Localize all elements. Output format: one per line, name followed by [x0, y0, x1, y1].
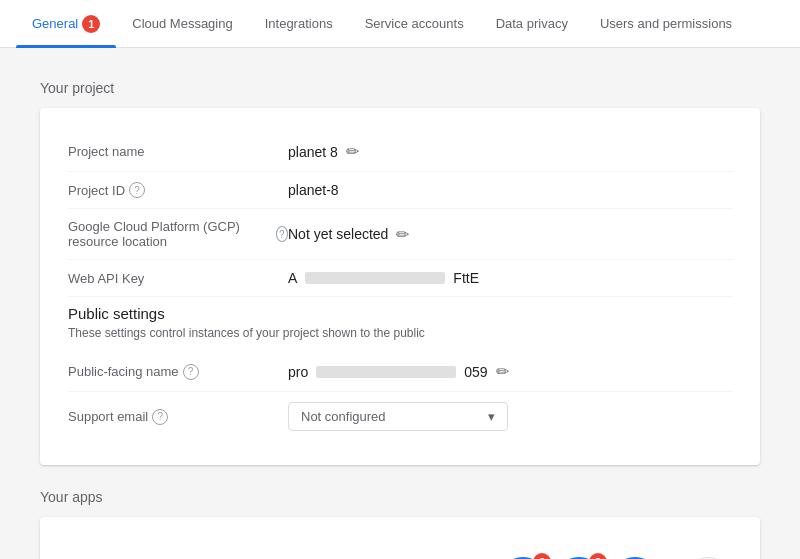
field-label-gcp-resource-location: Google Cloud Platform (GCP) resource loc… — [68, 219, 288, 249]
field-value-gcp-resource-location: Not yet selected✏ — [288, 225, 732, 244]
support-email-value: Not configured — [301, 409, 386, 424]
field-label-public-facing-name: Public-facing name? — [68, 364, 288, 380]
nav-tab-users-and-permissions[interactable]: Users and permissions — [584, 0, 748, 48]
edit-icon-project-name[interactable]: ✏ — [346, 142, 359, 161]
field-label-project-name: Project name — [68, 144, 288, 159]
field-label-support-email: Support email? — [68, 409, 288, 425]
app-btn-badge-ios-btn: 2 — [533, 553, 551, 559]
field-label-web-api-key: Web API Key — [68, 271, 288, 286]
nav-tab-general[interactable]: General1 — [16, 0, 116, 48]
public-settings-title: Public settings — [68, 305, 732, 322]
field-value-support-email: Not configured▾ — [288, 402, 732, 431]
your-apps-section-title: Your apps — [40, 489, 760, 505]
field-row-project-id: Project ID?planet-8 — [68, 172, 732, 209]
nav-tab-badge-general: 1 — [82, 15, 100, 33]
field-row-project-name: Project nameplanet 8✏ — [68, 132, 732, 172]
your-apps-card: There are no apps in your project Select… — [40, 517, 760, 559]
nav-tab-data-privacy[interactable]: Data privacy — [480, 0, 584, 48]
field-row-public-facing-name: Public-facing name?pro059✏ — [68, 352, 732, 392]
support-email-dropdown[interactable]: Not configured▾ — [288, 402, 508, 431]
app-btn-badge-android-btn: 3 — [589, 553, 607, 559]
your-project-card: Project nameplanet 8✏Project ID?planet-8… — [40, 108, 760, 465]
field-row-gcp-resource-location: Google Cloud Platform (GCP) resource loc… — [68, 209, 732, 260]
nav-tab-service-accounts[interactable]: Service accounts — [349, 0, 480, 48]
edit-icon-gcp-resource-location[interactable]: ✏ — [396, 225, 409, 244]
public-settings-desc: These settings control instances of your… — [68, 326, 732, 340]
help-icon-gcp-resource-location[interactable]: ? — [276, 226, 288, 242]
field-value-project-name: planet 8✏ — [288, 142, 732, 161]
nav-tab-cloud-messaging[interactable]: Cloud Messaging — [116, 0, 248, 48]
help-icon-support-email[interactable]: ? — [152, 409, 168, 425]
field-row-support-email: Support email?Not configured▾ — [68, 392, 732, 441]
edit-icon-public-facing-name[interactable]: ✏ — [496, 362, 509, 381]
top-navigation: General1Cloud MessagingIntegrationsServi… — [0, 0, 800, 48]
help-icon-project-id[interactable]: ? — [129, 182, 145, 198]
main-content: Your project Project nameplanet 8✏Projec… — [0, 48, 800, 559]
field-value-public-facing-name: pro059✏ — [288, 362, 732, 381]
field-label-project-id: Project ID? — [68, 182, 288, 198]
chevron-down-icon: ▾ — [488, 409, 495, 424]
help-icon-public-facing-name[interactable]: ? — [183, 364, 199, 380]
field-value-project-id: planet-8 — [288, 182, 732, 198]
field-row-web-api-key: Web API KeyAFttE — [68, 260, 732, 297]
your-project-section-title: Your project — [40, 80, 760, 96]
nav-tab-integrations[interactable]: Integrations — [249, 0, 349, 48]
field-value-web-api-key: AFttE — [288, 270, 732, 286]
